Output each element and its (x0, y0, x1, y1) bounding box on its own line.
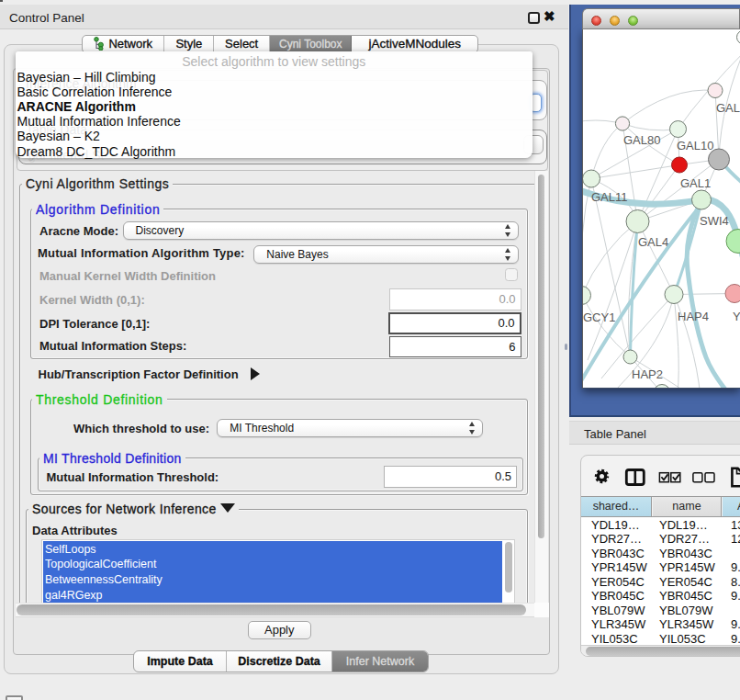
svg-text:HAP4: HAP4 (678, 310, 709, 323)
svg-text:GAL1: GAL1 (680, 176, 711, 190)
svg-text:SWI4: SWI4 (700, 214, 729, 228)
svg-text:GAL10: GAL10 (677, 139, 713, 152)
svg-text:GAL: GAL (716, 101, 740, 115)
svg-text:GAL80: GAL80 (623, 133, 660, 147)
svg-text:Y: Y (733, 310, 740, 323)
svg-text:GAL4: GAL4 (638, 235, 668, 249)
svg-text:GAL11: GAL11 (591, 190, 628, 204)
svg-text:GCY1: GCY1 (583, 310, 615, 324)
svg-text:HAP2: HAP2 (632, 367, 663, 381)
